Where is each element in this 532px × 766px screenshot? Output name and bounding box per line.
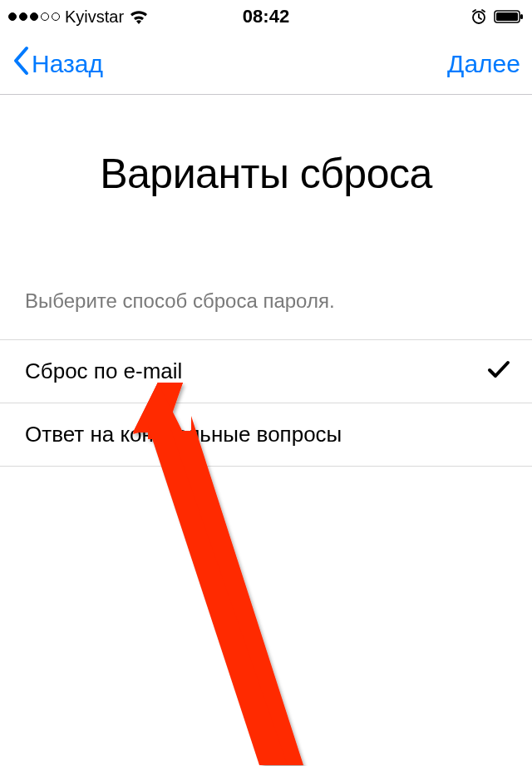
svg-marker-10 [150, 428, 289, 765]
svg-rect-2 [496, 12, 518, 21]
checkmark-icon [487, 358, 510, 384]
chevron-left-icon [12, 46, 30, 82]
option-answer-security-questions[interactable]: Ответ на контрольные вопросы [0, 403, 532, 467]
page-title: Варианты сброса [0, 150, 532, 198]
back-button[interactable]: Назад [12, 46, 103, 82]
svg-rect-3 [520, 14, 523, 19]
alarm-icon [470, 8, 487, 25]
next-label: Далее [447, 50, 520, 77]
status-left: Kyivstar [8, 7, 149, 27]
option-label: Ответ на контрольные вопросы [25, 422, 342, 447]
navigation-bar: Назад Далее [0, 33, 532, 95]
content: Варианты сброса Выберите способ сброса п… [0, 150, 532, 467]
option-reset-by-email[interactable]: Сброс по e-mail [0, 340, 532, 403]
back-label: Назад [32, 50, 103, 78]
carrier-label: Kyivstar [65, 7, 124, 27]
status-bar: Kyivstar 08:42 [0, 0, 532, 33]
status-time: 08:42 [243, 6, 289, 27]
page-description: Выберите способ сброса пароля. [25, 289, 532, 313]
svg-marker-7 [151, 431, 287, 765]
signal-strength-icon [8, 12, 60, 21]
wifi-icon [129, 9, 149, 24]
option-label: Сброс по e-mail [25, 358, 182, 384]
options-list: Сброс по e-mail Ответ на контрольные воп… [0, 339, 532, 467]
next-button[interactable]: Далее [447, 50, 520, 78]
status-right [470, 8, 524, 25]
svg-marker-12 [148, 426, 288, 765]
battery-icon [494, 9, 524, 24]
